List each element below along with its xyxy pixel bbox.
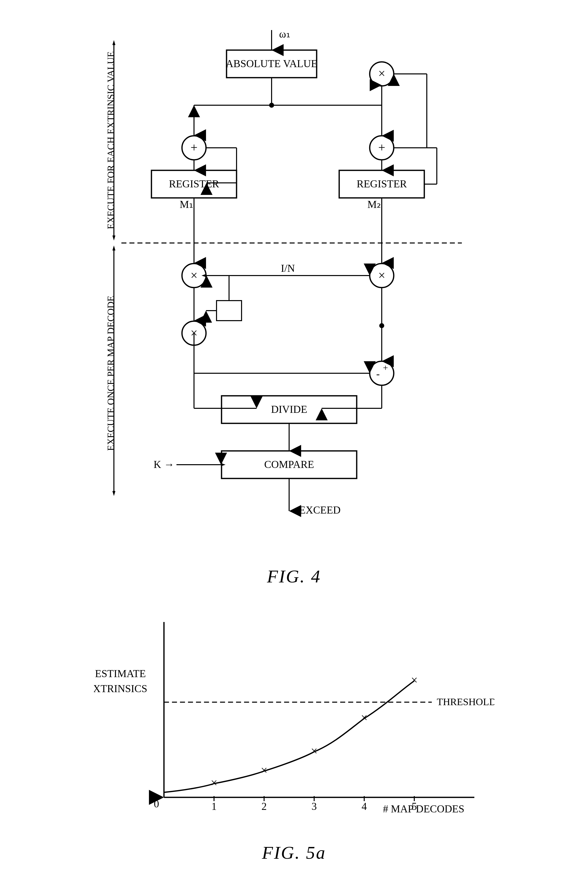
data-point-4: × <box>361 711 367 724</box>
adder-minus-label: - <box>376 368 380 380</box>
register1-block: REGISTER <box>169 178 219 190</box>
fig4-container: EXECUTE FOR EACH EXTRINSIC VALUE EXECUTE… <box>69 15 519 587</box>
x-tick-2: 2 <box>261 801 267 812</box>
multiplier-top-right: × <box>378 66 385 81</box>
absolute-value-block: ABSOLUTE VALUE <box>226 58 317 69</box>
adder-top-right: + <box>378 141 385 154</box>
svg-marker-8 <box>112 40 115 45</box>
svg-rect-48 <box>216 301 242 321</box>
x-tick-5: 5 <box>412 801 417 812</box>
data-point-2: × <box>261 763 267 777</box>
x-tick-1: 1 <box>211 801 216 812</box>
multiplier-right-bottom: × <box>378 268 385 282</box>
fig4-diagram: EXECUTE FOR EACH EXTRINSIC VALUE EXECUTE… <box>81 25 507 551</box>
in-label: I/N <box>281 262 295 274</box>
svg-marker-10 <box>112 491 115 496</box>
svg-marker-46 <box>201 274 206 277</box>
svg-marker-7 <box>112 235 115 241</box>
y-label-line1: SNR ESTIMATE <box>94 668 146 679</box>
compare-block: COMPARE <box>264 459 314 470</box>
fig4-title: FIG. 4 <box>69 566 519 587</box>
m2-label: M₂ <box>367 199 381 210</box>
threshold-label: THRESHOLD <box>437 696 494 708</box>
omega1-label: ω₁ <box>279 28 290 40</box>
execute-map-label: EXECUTE ONCE PER MAP DECODE <box>105 296 116 450</box>
fig5a-title: FIG. 5a <box>69 843 519 863</box>
exceed-label: EXCEED <box>299 504 341 516</box>
data-point-5: × <box>411 673 418 687</box>
svg-marker-67 <box>221 463 225 466</box>
multiplier-left-bottom: × <box>190 268 197 282</box>
register2-block: REGISTER <box>357 178 407 190</box>
fig5a-diagram: SNR ESTIMATE OF EXTRINSICS # MAP DECODES… <box>94 607 494 832</box>
y-label-line2: OF EXTRINSICS <box>94 683 147 694</box>
x-tick-3: 3 <box>311 801 316 812</box>
adder-plus-label: + <box>383 363 388 373</box>
x-label: # MAP DECODES <box>383 803 464 815</box>
svg-marker-11 <box>112 245 115 250</box>
fig5a-container: SNR ESTIMATE OF EXTRINSICS # MAP DECODES… <box>69 607 519 863</box>
origin-label: 0 <box>154 798 159 810</box>
svg-point-56 <box>370 361 394 385</box>
k-label: K → <box>154 459 174 470</box>
m1-label: M₁ <box>179 199 193 210</box>
adder-top-left: + <box>190 141 197 154</box>
page: EXECUTE FOR EACH EXTRINSIC VALUE EXECUTE… <box>0 0 588 871</box>
divide-block: DIVIDE <box>271 404 307 415</box>
x-tick-4: 4 <box>361 801 367 812</box>
data-point-3: × <box>310 744 317 757</box>
data-point-1: × <box>210 776 217 789</box>
execute-extrinsic-label: EXECUTE FOR EACH EXTRINSIC VALUE <box>105 51 116 229</box>
